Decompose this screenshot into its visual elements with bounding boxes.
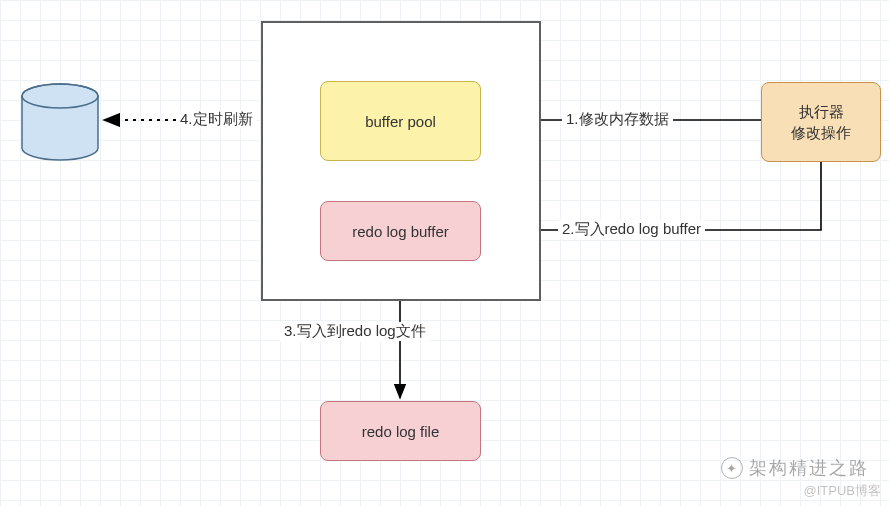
redolog-file-node: redo log file [320,401,481,461]
executor-node: 执行器 修改操作 [761,82,881,162]
executor-label-2: 修改操作 [791,122,851,143]
buffer-pool-label: buffer pool [365,111,436,132]
arrow-label-3: 3.写入到redo log文件 [280,322,430,341]
watermark-main: ✦ 架构精进之路 [721,456,869,480]
arrow-label-1: 1.修改内存数据 [562,110,673,129]
redolog-buffer-label: redo log buffer [352,221,448,242]
watermark-main-text: 架构精进之路 [749,456,869,480]
watermark-sub: @ITPUB博客 [804,482,881,500]
wechat-icon: ✦ [721,457,743,479]
executor-label-1: 执行器 [791,101,851,122]
buffer-pool-node: buffer pool [320,81,481,161]
redolog-file-label: redo log file [362,421,440,442]
arrow-label-4: 4.定时刷新 [176,110,257,129]
redolog-buffer-node: redo log buffer [320,201,481,261]
database-cylinder-icon [20,82,100,162]
arrow-label-2: 2.写入redo log buffer [558,220,705,239]
